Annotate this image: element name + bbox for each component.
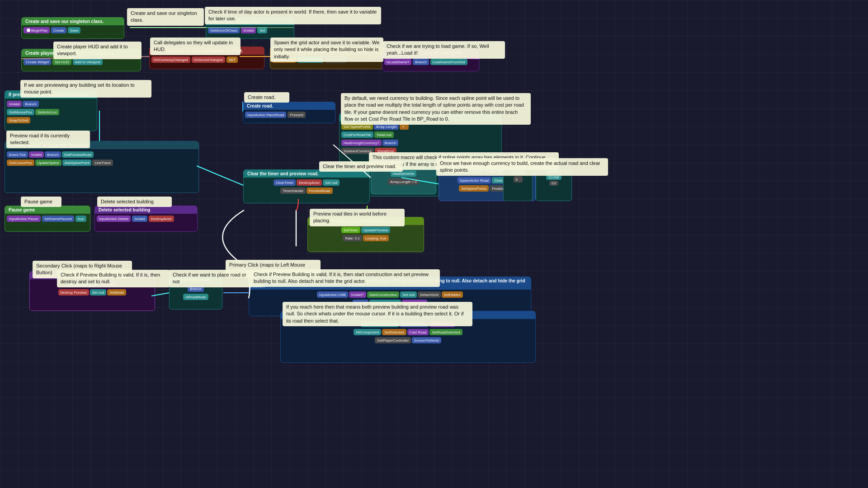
node-branch-road[interactable]: Branch xyxy=(45,151,61,158)
node-array-len[interactable]: Array.Length > 0 xyxy=(388,178,419,185)
node-delegate2[interactable]: OnScoreChanged xyxy=(192,56,225,63)
node-detach-grid[interactable]: DetachGrid xyxy=(418,291,440,298)
node-set-road-sel[interactable]: SetRoadSelected xyxy=(429,329,462,335)
node-group-pause[interactable]: Pause game InputAction Pause SetGamePaus… xyxy=(5,206,90,232)
node-get-cursor[interactable]: GetCursorPos xyxy=(7,160,34,166)
node-branch-currency[interactable]: Branch xyxy=(382,140,398,146)
node-get-pbuild2[interactable]: GetPreviewBuild xyxy=(369,300,401,306)
node-branch-lmc[interactable]: Branch xyxy=(353,300,368,306)
node-group-create-road[interactable]: Create road. InputAction PlaceRoad Press… xyxy=(243,102,335,123)
node-group-delegates[interactable]: Call delegates so they will update in HU… xyxy=(149,47,264,69)
node-length-op[interactable]: Array Length xyxy=(374,123,399,130)
node-cast-build[interactable]: Cast Building xyxy=(429,321,455,327)
node-fr3[interactable]: 0.0 xyxy=(549,181,558,186)
node-is-road-mode[interactable]: IsRoadMode xyxy=(183,294,208,300)
node-group-preview-loc[interactable]: If previewing - set location to mouse. I… xyxy=(5,90,97,131)
node-is-valid[interactable]: IsValid xyxy=(241,27,256,33)
node-break-hit[interactable]: BreakHitResult xyxy=(400,321,428,327)
node-line-trace-cursor[interactable]: LineTraceByChannel xyxy=(361,321,399,327)
node-rate[interactable]: Rate: 0.1 xyxy=(343,235,362,241)
node-group-loadgame[interactable]: Check if we are trying to load game. IsL… xyxy=(382,49,479,71)
node-destroy-preview[interactable]: Destroy Preview xyxy=(58,289,89,296)
node-null-preview[interactable]: Set null xyxy=(90,289,107,296)
node-group-secondary-click[interactable]: Secondary Click / Right Mouse InputActio… xyxy=(29,271,155,311)
node-branch-road2[interactable]: Branch xyxy=(188,286,203,292)
node-group-timer-clear[interactable]: Clear the timer and preview road. ClearT… xyxy=(243,169,370,203)
node-macro-spline[interactable]: HasElements xyxy=(391,170,417,177)
node-update-spline[interactable]: UpdateSpline xyxy=(35,160,61,166)
node-load-slot[interactable]: LoadGameFromSlot xyxy=(430,59,467,65)
node-group-primary-click[interactable]: Check if Preview Building is valid. If i… xyxy=(249,277,531,316)
node-branch-prev[interactable]: Branch xyxy=(23,101,38,107)
node-fr2[interactable]: CLOSE xyxy=(546,175,561,180)
node-group-hud[interactable]: Create player HUD and add it to viewport… xyxy=(21,49,141,71)
node-subtract-cost[interactable]: SubtractCost xyxy=(402,300,427,306)
node-set-hud[interactable]: Set HUD xyxy=(52,59,71,65)
node-pause-func[interactable]: SetGamePaused xyxy=(42,216,74,222)
node-save-var[interactable]: Save xyxy=(68,27,80,33)
node-screen-pos[interactable]: ScreenToWorld xyxy=(412,337,441,343)
node-group-far-right[interactable]: CLOSE CLOSE 0.0 xyxy=(536,167,572,201)
node-create-class[interactable]: Create xyxy=(51,27,66,33)
node-has-currency[interactable]: HasEnoughCurrency? xyxy=(341,140,382,146)
node-group-mouse-cursor[interactable]: Check whats under the mouse cursor - bui… xyxy=(280,311,536,363)
node-group-check-road[interactable]: Check place road Branch IsRoadMode xyxy=(169,276,222,310)
node-branch-load[interactable]: Branch xyxy=(413,59,429,65)
node-group-grid[interactable]: Spawn the grid actor and save it to vari… xyxy=(270,47,383,69)
node-pause-event[interactable]: InputAction Pause xyxy=(7,216,41,222)
node-isvalid-preview[interactable]: IsValid xyxy=(7,101,22,107)
node-val-1[interactable]: 0 xyxy=(514,176,523,183)
node-road-pressed[interactable]: Pressed xyxy=(288,112,305,118)
node-event[interactable]: BeginPlay xyxy=(24,27,50,33)
node-delete-event[interactable]: InputAction Delete xyxy=(97,216,131,222)
node-lmc-event[interactable]: InputAction LMB xyxy=(317,291,348,298)
node-fr1[interactable]: CLOSE xyxy=(546,169,561,174)
node-hide-grid2[interactable]: SetHidden xyxy=(442,291,463,298)
node-group-preview-tiles[interactable]: Preview road tiles in world before placi… xyxy=(307,217,424,252)
node-pause-true[interactable]: true xyxy=(75,216,86,222)
node-timer-handle[interactable]: TimerHandle xyxy=(280,188,306,194)
node-set-splines-road[interactable]: SetSplinePoints xyxy=(459,185,489,192)
node-destroy-road[interactable]: DestroyActor xyxy=(297,179,322,186)
node-load-check[interactable]: IsLoadGame? xyxy=(384,59,411,65)
node-get-splines[interactable]: Get SplinePoints xyxy=(341,123,373,130)
node-total-cost[interactable]: TotalCost xyxy=(374,131,394,138)
node-null-pbuild[interactable]: Set null xyxy=(400,291,417,298)
node-group-singleton[interactable]: Create and save our singleton class. Beg… xyxy=(21,17,124,39)
node-set-spline[interactable]: AddSplinePoint xyxy=(62,160,92,166)
node-isvalid-pbuild[interactable]: IsValid? xyxy=(100,281,117,287)
node-rmc-event[interactable]: InputAction RMB xyxy=(67,281,99,287)
node-spawn-road[interactable]: SpawnActor Road xyxy=(458,177,491,183)
node-destroy-sel[interactable]: DestroyActor xyxy=(149,216,174,222)
node-hide-grid[interactable]: SetHidden xyxy=(325,56,346,63)
node-preview-road-ref[interactable]: PreviewRoad xyxy=(307,188,333,194)
node-set-loc[interactable]: SetActorLoc xyxy=(35,109,60,115)
node-set-mode[interactable]: SetMode xyxy=(107,289,126,296)
node-clear-timer[interactable]: ClearTimer xyxy=(274,179,296,186)
node-isvalid-road[interactable]: IsValid xyxy=(29,151,44,158)
node-delegate1[interactable]: OnCurrencyChanged xyxy=(151,56,190,63)
node-set-tod[interactable]: Set xyxy=(257,27,267,33)
node-add-viewport[interactable]: Add to Viewport xyxy=(73,59,103,65)
node-get-actor[interactable]: GetActorOfClass xyxy=(208,27,240,33)
node-create-road-event[interactable]: InputAction PlaceRoad xyxy=(245,112,286,118)
node-start-construct[interactable]: StartConstruction xyxy=(367,291,400,298)
node-group-road-extended[interactable]: CLOSE 0 xyxy=(503,167,533,201)
node-isvalid-sel[interactable]: IsValid xyxy=(132,216,147,222)
node-group-delete[interactable]: Delete selected building InputAction Del… xyxy=(94,206,198,232)
node-subtract-currency[interactable]: SubtractCurrency xyxy=(341,148,374,154)
node-create-hud[interactable]: Create Widget xyxy=(24,59,51,65)
node-cost-per-tile[interactable]: CostPerRoadTile xyxy=(341,131,373,138)
node-close-1[interactable]: CLOSE xyxy=(509,169,526,175)
node-looping[interactable]: Looping: true xyxy=(363,235,389,241)
node-group-timeofday[interactable]: Check time of day actor GetActorOfClass … xyxy=(206,17,294,39)
node-set3[interactable]: SET xyxy=(226,56,238,63)
node-spawn[interactable]: SpawnActor xyxy=(272,56,296,63)
node-null-road[interactable]: Set null xyxy=(323,179,340,186)
node-get-road[interactable]: GetPreviewRoad xyxy=(62,151,94,158)
node-set-selected[interactable]: SetSelected xyxy=(382,329,406,335)
node-func-name[interactable]: UpdatePreview xyxy=(361,227,390,233)
node-get-mouse[interactable]: GetMousePos xyxy=(7,109,34,115)
node-multiply[interactable]: × xyxy=(400,123,409,130)
node-group-preview-road[interactable]: Preview road if its currently selected. … xyxy=(5,141,199,193)
